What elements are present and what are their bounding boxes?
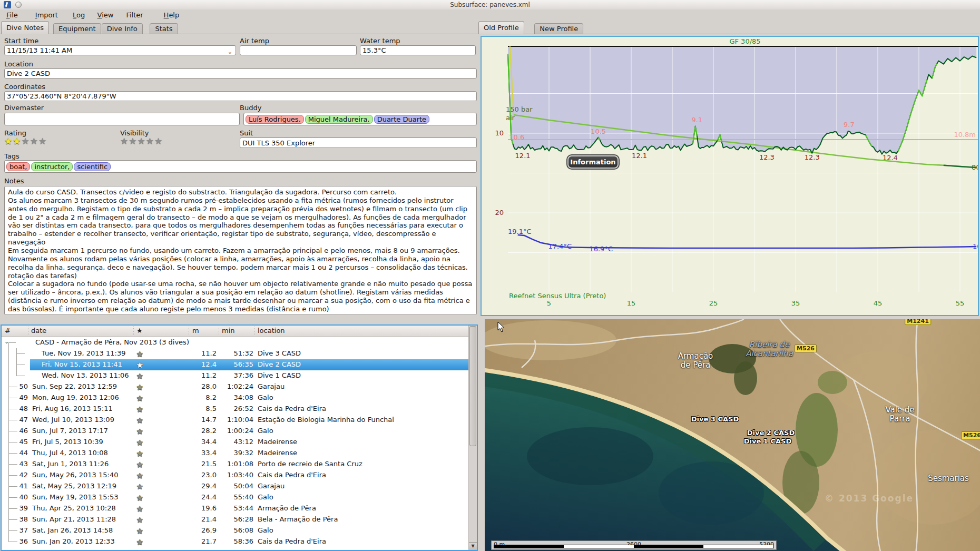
dive-row[interactable]: 40Sun, May 19, 2013 15:53★★★★★24.455:40G… (2, 492, 469, 503)
subsurface-window: Subsurface: paneves.xml FileImportLogVie… (0, 0, 980, 551)
dive-list-header[interactable]: #date★mminlocation (2, 326, 469, 337)
tab-new-profile[interactable]: New Profile (534, 23, 583, 34)
chevron-down-icon: ⌄ (228, 47, 232, 57)
scrollbar-thumb[interactable] (469, 326, 476, 446)
dive-number-cell: 47 (2, 416, 28, 424)
column-header-min[interactable]: min (222, 327, 235, 334)
dive-site-marker[interactable]: Dive 1 CASD (744, 437, 791, 445)
column-header-date[interactable]: date (31, 327, 46, 334)
menu-filter[interactable]: Filter (124, 11, 145, 19)
star-filled-icon: ★ (4, 136, 13, 146)
start-time-combo[interactable]: 11/15/13 11:41 AM ⌄ (4, 45, 236, 55)
star-empty-icon: ★ (136, 494, 143, 502)
dive-depth-cell: 21.7 (184, 537, 217, 545)
dive-row[interactable]: Wed, Nov 13, 2013 11:06★★★★★11.237:36Div… (2, 370, 469, 381)
svg-text:10: 10 (495, 129, 504, 137)
dive-row[interactable]: 41Sat, May 25, 2013 12:19★★★★★29.450:04G… (2, 481, 469, 492)
dive-row[interactable]: 45Fri, Jul 5, 2013 10:39★★★★★34.443:12Ma… (2, 437, 469, 448)
divemaster-field[interactable] (4, 113, 240, 125)
dive-row[interactable]: 50Sun, Sep 22, 2013 12:59★★★★★28.01:02:2… (2, 381, 469, 392)
dive-depth-cell: 8.5 (184, 405, 217, 412)
dive-row[interactable]: Tue, Nov 19, 2013 11:39★★★★★11.251:32Div… (2, 348, 469, 359)
splitter-handle[interactable] (117, 318, 130, 320)
road-badge: M526 (961, 431, 980, 439)
dive-date-cell: Tue, Nov 19, 2013 11:39 (42, 349, 125, 357)
dive-row[interactable]: 48Fri, Aug 16, 2013 15:11★★★★★8.526:52Ca… (2, 404, 469, 415)
dive-row[interactable]: 42Sun, May 26, 2013 15:40★★★★★23.01:03:4… (2, 470, 469, 481)
tab-dive-info[interactable]: Dive Info (102, 23, 143, 34)
column-header-m[interactable]: m (192, 327, 199, 334)
tags-field[interactable]: boat,instructor,scientific (4, 160, 477, 173)
dive-number-cell: 50 (2, 382, 28, 390)
column-separator (219, 327, 219, 336)
air-temp-field[interactable] (240, 45, 357, 55)
map[interactable]: Armação de PêraRibeira de AlcantarilhaVa… (485, 319, 980, 551)
mouse-cursor (497, 321, 505, 332)
suit-label: Suit (240, 129, 253, 137)
dive-number-cell: 46 (2, 427, 28, 435)
tree-stub (8, 342, 16, 343)
trip-row[interactable]: ⌄CASD - Armação de Pêra, Nov 2013 (3 div… (2, 337, 469, 348)
dive-duration-cell: 53:44 (214, 504, 253, 512)
dive-duration-cell: 37:36 (214, 371, 253, 379)
tab-dive-notes[interactable]: Dive Notes (1, 21, 49, 34)
tab-equipment[interactable]: Equipment (53, 23, 101, 34)
dive-number-cell: 49 (2, 393, 28, 401)
map-place-label: Armação de Pêra (678, 352, 713, 370)
svg-text:16: 16 (973, 242, 978, 250)
star-empty-icon: ★ (136, 538, 143, 546)
dive-row[interactable]: 47Wed, Jul 10, 2013 13:09★★★★★14.71:10:0… (2, 415, 469, 426)
coordinates-field[interactable] (4, 91, 477, 101)
menu-view[interactable]: View (95, 11, 116, 19)
splitter-handle[interactable] (236, 318, 249, 320)
dive-site-marker[interactable]: Dive 2 CASD (747, 429, 795, 437)
dive-duration-cell: 1:01:08 (214, 460, 253, 468)
menu-import[interactable]: Import (33, 11, 60, 19)
buddy-pill: Duarte Duarte (374, 115, 429, 124)
window-title: Subsurface: paneves.xml (0, 1, 980, 8)
dive-location-cell: Galo (258, 526, 273, 534)
information-button[interactable]: Information (567, 155, 619, 169)
dive-date-cell: Sun, May 26, 2013 15:40 (32, 471, 119, 479)
collapse-icon[interactable]: ⌄ (4, 338, 9, 345)
buddy-pill: Luís Rodrigues, (246, 115, 304, 124)
column-header-location[interactable]: location (258, 327, 285, 334)
dive-row[interactable]: 43Sat, Jun 1, 2013 11:26★★★★★21.51:01:08… (2, 459, 469, 470)
dive-row[interactable]: 36Sun, Jan 20, 2013 12:33★★★★★21.758:36C… (2, 536, 469, 547)
dive-row[interactable]: 39Thu, Apr 25, 2013 10:28★★★★★19.653:44A… (2, 503, 469, 514)
scrollbar-down-button[interactable]: ▼ (469, 542, 477, 550)
menu-help[interactable]: Help (162, 11, 182, 19)
buddy-field[interactable]: Luís Rodrigues,Miguel Madureira,Duarte D… (243, 113, 477, 125)
column-header-num[interactable]: # (5, 327, 11, 334)
rating-stars[interactable]: ★★★★★ (4, 136, 47, 146)
dive-row[interactable]: 49Mon, Aug 19, 2013 12:06★★★★★8.234:08Ga… (2, 392, 469, 404)
column-header-stars[interactable]: ★ (136, 327, 143, 334)
menu-log[interactable]: Log (71, 11, 87, 19)
visibility-stars[interactable]: ★★★★★ (120, 136, 163, 146)
dive-row[interactable]: 38Sun, Apr 21, 2013 11:28★★★★★21.456:28B… (2, 514, 469, 525)
dive-duration-cell: 26:52 (214, 405, 253, 412)
dive-date-cell: Fri, Jul 5, 2013 10:39 (32, 438, 103, 446)
dive-row[interactable]: 46Sun, Jul 7, 2013 17:17★★★★★28.21:00:24… (2, 426, 469, 437)
location-field[interactable] (4, 68, 477, 78)
star-empty-icon: ★ (136, 505, 143, 513)
dive-number-cell: 40 (2, 493, 28, 501)
dive-row[interactable]: Fri, Nov 15, 2013 11:41★★★★★12.456:35Div… (2, 359, 469, 370)
dive-date-cell: Fri, Aug 16, 2013 15:11 (32, 405, 113, 412)
dive-site-marker[interactable]: Dive 3 CASD (691, 415, 739, 423)
dive-date-cell: Sat, May 25, 2013 12:19 (32, 482, 116, 490)
dive-row[interactable]: 44Thu, Jul 4, 2013 10:08★★★★★33.439:32Ma… (2, 448, 469, 459)
dive-list-scrollbar[interactable]: ▼ (468, 326, 477, 550)
notes-field[interactable]: Aula do curso CASD. Transectos c/video e… (4, 186, 477, 315)
star-empty-icon: ★ (136, 394, 143, 402)
tab-stats[interactable]: Stats (150, 23, 178, 34)
menu-file[interactable]: File (4, 11, 20, 19)
tab-old-profile[interactable]: Old Profile (478, 21, 524, 34)
splitter-handle[interactable] (354, 318, 367, 320)
svg-text:5: 5 (547, 299, 551, 307)
water-temp-field[interactable] (360, 45, 476, 55)
dive-depth-cell: 26.9 (184, 526, 217, 534)
dive-row[interactable]: 37Sat, Jan 26, 2013 14:58★★★★★26.956:08G… (2, 525, 469, 536)
suit-field[interactable] (240, 137, 477, 148)
dive-location-cell: Madeirense (258, 438, 297, 446)
